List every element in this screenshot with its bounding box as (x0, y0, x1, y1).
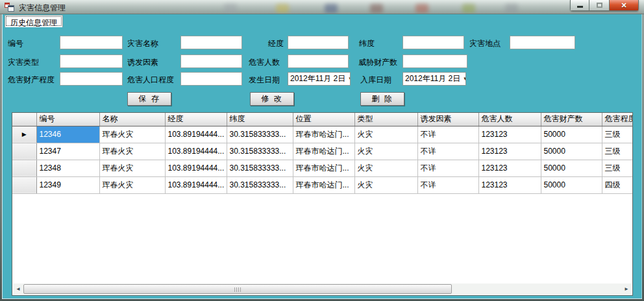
column-header[interactable]: 经度 (165, 113, 227, 126)
grid-cell[interactable]: 30.315833333... (227, 126, 293, 143)
harmed-people-input[interactable] (288, 54, 349, 68)
column-header[interactable]: 位置 (293, 113, 354, 126)
grid-cell[interactable]: 不详 (417, 160, 478, 176)
horizontal-scrollbar[interactable]: ◄ ► (13, 283, 632, 295)
chevron-down-icon[interactable]: ▼ (345, 76, 351, 82)
disaster-name-input[interactable] (180, 36, 242, 49)
column-header[interactable]: 诱发因素 (417, 113, 478, 126)
glass-reflection (370, 4, 383, 13)
save-button[interactable]: 保 存 (127, 92, 171, 106)
property-damage-degree-label: 危害财产程度 (8, 75, 55, 86)
grid-cell[interactable]: 三级 (602, 160, 633, 176)
grid-header-row: 编号名称经度纬度位置类型诱发因素危害人数危害财产数危害程度 (12, 113, 633, 126)
glass-reflection (224, 4, 237, 13)
trigger-factor-label: 诱发因素 (127, 57, 158, 68)
app-window: 灾害信息管理 ✕ 历史信息管理 编号 灾害名称 经度 纬度 灾害地点 灾害类型 (0, 0, 644, 301)
column-header[interactable]: 危害财产数 (541, 113, 602, 126)
chevron-down-icon[interactable]: ▼ (460, 76, 466, 82)
app-icon-front-square (8, 5, 14, 12)
grid-cell[interactable]: 12349 (36, 176, 99, 193)
current-row-arrow-icon[interactable]: ▶ (12, 126, 36, 143)
grid-corner-header[interactable] (12, 113, 36, 126)
column-header[interactable]: 纬度 (227, 113, 293, 126)
grid-cell[interactable]: 103.89194444... (165, 160, 227, 176)
occur-date-picker[interactable]: 2012年11月 2日 ▼ (288, 72, 351, 86)
close-icon: ✕ (621, 1, 626, 10)
id-input[interactable] (60, 36, 123, 49)
entry-date-label: 入库日期 (360, 75, 391, 86)
grid-cell[interactable]: 珲春市哈达门... (293, 160, 354, 176)
latitude-input[interactable] (402, 36, 464, 49)
property-damage-degree-input[interactable] (60, 72, 123, 86)
disaster-data-grid: 编号名称经度纬度位置类型诱发因素危害人数危害财产数危害程度 ▶12346珲春火灾… (12, 112, 633, 296)
grid-cell[interactable]: 30.315833333... (227, 143, 293, 160)
population-damage-degree-input[interactable] (180, 72, 242, 86)
window-title: 灾害信息管理 (19, 3, 66, 14)
column-header[interactable]: 名称 (99, 113, 165, 126)
population-damage-degree-label: 危害人口程度 (127, 75, 174, 86)
grid-cell[interactable]: 123123 (478, 126, 541, 143)
column-header[interactable]: 危害人数 (478, 113, 541, 126)
grid-cell[interactable]: 30.315833333... (227, 160, 293, 176)
grid-cell[interactable]: 珲春火灾 (99, 176, 165, 193)
row-selector[interactable] (12, 160, 36, 176)
modify-button[interactable]: 修 改 (250, 92, 294, 106)
glass-reflection (462, 4, 475, 13)
grid-cell[interactable]: 珲春火灾 (99, 160, 165, 176)
location-input[interactable] (510, 36, 575, 49)
glass-reflection (505, 4, 518, 13)
grid-cell[interactable]: 12347 (36, 143, 99, 160)
grid-cell[interactable]: 不详 (417, 176, 478, 193)
threatened-property-input[interactable] (402, 54, 467, 68)
column-header[interactable]: 危害程度 (602, 113, 633, 126)
grid-cell[interactable]: 三级 (602, 126, 633, 143)
grid-cell[interactable]: 50000 (541, 160, 602, 176)
scrollbar-thumb[interactable] (23, 284, 452, 294)
row-selector[interactable] (12, 176, 36, 193)
grid-cell[interactable]: 火灾 (354, 143, 417, 160)
grid-cell[interactable]: 123123 (478, 160, 541, 176)
grid-cell[interactable]: 珲春市哈达门... (293, 143, 354, 160)
delete-button[interactable]: 删 除 (360, 92, 404, 106)
entry-date-picker[interactable]: 2012年11月 2日 ▼ (402, 72, 466, 86)
grid-cell[interactable]: 三级 (602, 143, 633, 160)
grid-cell[interactable]: 123123 (478, 176, 541, 193)
grid-cell[interactable]: 珲春火灾 (99, 143, 165, 160)
row-selector[interactable] (12, 143, 36, 160)
grid-cell[interactable]: 珲春火灾 (99, 126, 165, 143)
grid-cell[interactable]: 火灾 (354, 176, 417, 193)
harmed-people-label: 危害人数 (249, 57, 280, 68)
grid-cell[interactable]: 珲春市哈达门... (293, 176, 354, 193)
grid-cell[interactable]: 火灾 (354, 126, 417, 143)
column-header[interactable]: 编号 (36, 113, 99, 126)
minimize-button[interactable] (570, 0, 589, 11)
grid-cell[interactable]: 103.89194444... (165, 143, 227, 160)
table-row: ▶12346珲春火灾103.89194444...30.315833333...… (12, 126, 633, 143)
location-label: 灾害地点 (469, 38, 501, 49)
grid-cell[interactable]: 50000 (541, 176, 602, 193)
grid-cell[interactable]: 103.89194444... (165, 126, 227, 143)
scroll-left-icon[interactable]: ◄ (13, 283, 23, 295)
grid-cell[interactable]: 123123 (478, 143, 541, 160)
minimize-icon (577, 6, 583, 8)
grid-cell[interactable]: 50000 (541, 126, 602, 143)
grid-cell[interactable]: 不详 (417, 143, 478, 160)
grid-cell[interactable]: 珲春市哈达门... (293, 126, 354, 143)
maximize-button[interactable] (589, 0, 609, 11)
grid-cell[interactable]: 四级 (602, 176, 633, 193)
tab-history-info[interactable]: 历史信息管理 (5, 15, 63, 27)
grid-cell[interactable]: 30.315833333... (227, 176, 293, 193)
column-header[interactable]: 类型 (354, 113, 417, 126)
grid-cell[interactable]: 火灾 (354, 160, 417, 176)
titlebar[interactable]: 灾害信息管理 ✕ (0, 0, 644, 14)
grid-cell[interactable]: 12346 (36, 126, 99, 143)
disaster-type-input[interactable] (60, 54, 123, 68)
grid-cell[interactable]: 103.89194444... (165, 176, 227, 193)
close-button[interactable]: ✕ (609, 0, 639, 11)
grid-cell[interactable]: 不详 (417, 126, 478, 143)
scroll-right-icon[interactable]: ► (621, 283, 632, 295)
longitude-input[interactable] (288, 36, 349, 49)
trigger-factor-input[interactable] (180, 54, 242, 68)
grid-cell[interactable]: 50000 (541, 143, 602, 160)
grid-cell[interactable]: 12348 (36, 160, 99, 176)
